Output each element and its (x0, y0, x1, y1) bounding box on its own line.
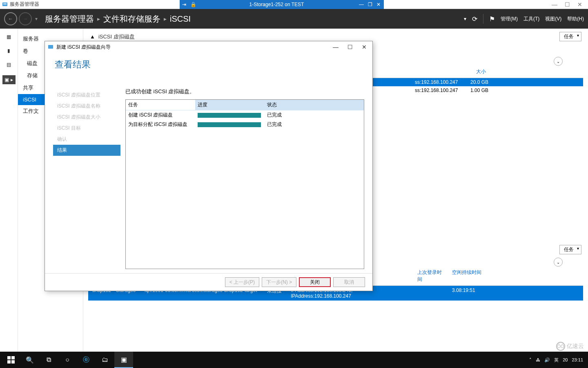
th-status: 状态 (265, 100, 364, 110)
server-manager-icon (2, 1, 8, 8)
wizard-icon (47, 44, 54, 50)
wizard-step-target: iSCSI 目标 (53, 123, 120, 134)
vm-title: 1-Storage1-252 on TEST (198, 2, 356, 7)
svg-rect-6 (7, 360, 11, 364)
wizard-titlebar[interactable]: 新建 iSCSI 虚拟磁盘向导 — ☐ ✕ (45, 41, 372, 53)
tasks-dropdown-lower[interactable]: 任务 (559, 245, 581, 254)
outer-maximize-button[interactable]: ☐ (565, 1, 570, 8)
tasks-dropdown[interactable]: 任务 (559, 32, 581, 41)
outer-minimize-button[interactable]: — (552, 1, 557, 8)
breadcrumb-root[interactable]: 服务器管理器 (45, 13, 94, 25)
task-view-icon[interactable]: ⧉ (39, 352, 58, 368)
menu-manage[interactable]: 管理(M) (501, 16, 518, 22)
progress-bar (198, 122, 261, 127)
wizard-step-confirm: 确认 (53, 134, 120, 145)
collapse-toggle-lower[interactable]: ⌄ (554, 258, 563, 267)
wizard-next-button: 下一步(N) > (262, 277, 296, 287)
chevron-up-icon[interactable]: ▲ (90, 34, 95, 40)
col-size[interactable]: 大小 (473, 67, 489, 76)
breadcrumb: 服务器管理器 ▸ 文件和存储服务 ▸ iSCSI (45, 13, 191, 25)
rail-disks-icon[interactable]: ▤ (5, 61, 13, 68)
tray-ime[interactable]: 英 (554, 357, 559, 363)
wizard-message: 已成功创建 iSCSI 虚拟磁盘。 (125, 88, 364, 95)
menu-tools[interactable]: 工具(T) (523, 16, 539, 22)
svg-rect-1 (3, 3, 7, 4)
rail-servers-icon[interactable]: ▦ (5, 34, 13, 40)
svg-rect-5 (11, 356, 15, 359)
explorer-icon[interactable]: 🗂 (96, 352, 114, 368)
chevron-right-icon: ▸ (164, 16, 167, 22)
wizard-cancel-button: 取消 (333, 277, 365, 287)
menu-help[interactable]: 帮助(H) (567, 16, 584, 22)
th-progress: 进度 (195, 100, 265, 110)
search-icon[interactable]: 🔍 (20, 352, 39, 368)
th-task: 任务 (126, 100, 195, 110)
col-idle[interactable]: 空闲持续时间 (449, 268, 485, 284)
wizard-steps-nav: iSCSI 虚拟磁盘位置 iSCSI 虚拟磁盘名称 iSCSI 虚拟磁盘大小 i… (53, 88, 120, 269)
server-manager-taskbar-icon[interactable]: ▣ (114, 352, 133, 368)
wizard-close-x-button[interactable]: ✕ (362, 44, 367, 50)
breadcrumb-iscsi[interactable]: iSCSI (170, 14, 191, 24)
task-row-2: 为目标分配 iSCSI 虚拟磁盘 已完成 (126, 120, 364, 129)
pin-icon[interactable]: ⇥ (180, 2, 189, 7)
rail-volumes-icon[interactable]: ▮ (5, 47, 13, 54)
tray-time[interactable]: 23:11 (572, 357, 583, 362)
server-manager-header: ← → ▾ 服务器管理器 ▸ 文件和存储服务 ▸ iSCSI ▾ ⟳ ⚑ 管理(… (0, 9, 588, 29)
wizard-step-result: 结果 (53, 145, 120, 156)
header-dropdown-icon[interactable]: ▾ (464, 16, 466, 22)
wizard-step-name: iSCSI 虚拟磁盘名称 (53, 101, 120, 112)
breadcrumb-services[interactable]: 文件和存储服务 (103, 13, 160, 25)
tray-volume-icon[interactable]: 🔊 (544, 357, 550, 363)
nav-dropdown-icon[interactable]: ▾ (35, 16, 38, 22)
watermark: ÔÒ 亿速云 (556, 342, 584, 351)
task-row-1: 创建 iSCSI 虚拟磁盘 已完成 (126, 110, 364, 120)
start-button[interactable] (2, 352, 20, 368)
wizard-minimize-button[interactable]: — (333, 44, 339, 50)
upper-panel-title: iSCSI 虚拟磁盘 (98, 33, 135, 40)
nav-back-button[interactable]: ← (4, 12, 17, 25)
menu-view[interactable]: 视图(V) (545, 16, 561, 22)
svg-rect-3 (48, 45, 53, 49)
outer-close-button[interactable]: ✕ (577, 1, 582, 8)
vm-restore-button[interactable]: ❐ (368, 2, 372, 7)
wizard-step-location: iSCSI 虚拟磁盘位置 (53, 90, 120, 101)
progress-bar (198, 113, 261, 118)
nav-forward-button[interactable]: → (19, 12, 32, 25)
wizard-prev-button: < 上一步(P) (225, 277, 259, 287)
col-lastlogin[interactable]: 上次登录时间 (414, 268, 449, 284)
icon-rail: ▦ ▮ ▤ ▣ ▸ (0, 29, 18, 352)
wizard-heading: 查看结果 (55, 58, 363, 71)
ie-icon[interactable]: ⓔ (77, 352, 96, 368)
wizard-footer: < 上一步(P) 下一步(N) > 关闭 取消 (45, 273, 372, 291)
svg-rect-7 (11, 360, 15, 364)
wizard-maximize-button[interactable]: ☐ (347, 44, 353, 50)
collapse-toggle[interactable]: ⌄ (554, 57, 563, 66)
wizard-task-table: 任务 进度 状态 创建 iSCSI 虚拟磁盘 已完成 为目标分配 iSCSI 虚… (125, 99, 364, 269)
chevron-right-icon: ▸ (97, 16, 100, 22)
tray-network-icon[interactable]: 🖧 (536, 357, 540, 362)
vm-close-button[interactable]: ✕ (376, 2, 381, 7)
flag-icon[interactable]: ⚑ (489, 15, 495, 23)
rail-storage-icon[interactable]: ▣ ▸ (2, 75, 16, 84)
vm-connection-bar: ⇥ 🔒 1-Storage1-252 on TEST — ❐ ✕ (180, 0, 384, 9)
wizard-title-text: 新建 iSCSI 虚拟磁盘向导 (56, 44, 111, 51)
tray-num: 20 (563, 357, 568, 362)
taskbar: 🔍 ⧉ ○ ⓔ 🗂 ▣ ˄ 🖧 🔊 英 20 23:11 (0, 352, 588, 368)
outer-window-title: 服务器管理器 (10, 1, 39, 8)
svg-rect-2 (3, 4, 7, 4)
watermark-icon: ÔÒ (556, 342, 565, 351)
vm-minimize-button[interactable]: — (359, 2, 364, 7)
lock-icon[interactable]: 🔒 (189, 2, 198, 7)
wizard-dialog: 新建 iSCSI 虚拟磁盘向导 — ☐ ✕ 查看结果 iSCSI 虚拟磁盘位置 … (45, 41, 373, 291)
svg-rect-4 (7, 356, 11, 359)
refresh-icon[interactable]: ⟳ (472, 15, 477, 23)
tray-up-icon[interactable]: ˄ (529, 357, 532, 363)
wizard-close-button[interactable]: 关闭 (299, 277, 331, 287)
cortana-icon[interactable]: ○ (58, 352, 77, 368)
wizard-step-size: iSCSI 虚拟磁盘大小 (53, 112, 120, 123)
